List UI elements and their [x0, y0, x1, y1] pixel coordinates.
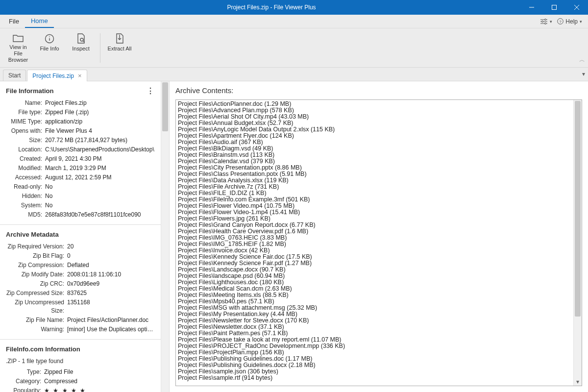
info-row: Hidden:No: [0, 192, 161, 201]
info-row: Type:Zipped File: [0, 368, 161, 377]
info-row: Zip Uncompressed Size:1351168: [0, 298, 161, 316]
info-row: Zip Bit Flag:0: [0, 251, 161, 261]
info-label: Warning:: [6, 325, 67, 334]
info-row: Zip CRC:0x70d96ee9: [0, 279, 161, 289]
content-panel: Archive Contents: Project Files\ActionPl…: [170, 81, 588, 392]
info-value: 268fa83fd0b7e5e87c8f8f1101fce090: [45, 211, 155, 219]
info-label: Zip Required Version:: [6, 243, 67, 251]
info-value: Compressed: [44, 377, 155, 386]
minimize-button[interactable]: [520, 0, 543, 15]
info-value: [minor] Use the Duplicates option ...: [67, 325, 155, 334]
close-tab-icon[interactable]: ×: [78, 72, 82, 79]
scroll-down-icon[interactable]: ▾: [574, 378, 582, 386]
info-row: Name:Project Files.zip: [0, 98, 161, 108]
svg-point-7: [545, 19, 546, 20]
help-button[interactable]: ? Help ▾: [557, 18, 582, 25]
info-row: Read-only:No: [0, 182, 161, 192]
menu-bar: File Home ▾ ? Help ▾: [0, 15, 588, 28]
info-label: Opens with:: [6, 127, 45, 135]
info-value: No: [45, 183, 155, 191]
info-label: Modified:: [6, 164, 45, 172]
info-label: Type:: [6, 368, 44, 376]
info-value: 1351168: [67, 298, 155, 315]
info-label: Created:: [6, 155, 45, 163]
separator: [100, 33, 100, 63]
info-panel: File Information ⋮ Name:Project Files.zi…: [0, 81, 170, 392]
info-value: April 9, 2021 4:30 PM: [45, 155, 155, 163]
scrollbar-thumb[interactable]: [575, 101, 581, 317]
archive-metadata-heading: Archive Metadata: [6, 231, 59, 238]
tab-strip: Start Project Files.zip × ▾: [0, 68, 588, 81]
divider: [0, 339, 161, 340]
info-value: 2008:01:18 11:06:10: [67, 270, 155, 279]
tab-project-files[interactable]: Project Files.zip ×: [27, 70, 87, 81]
info-label: Zip Compressed Size:: [6, 289, 67, 297]
info-label: Zip Uncompressed Size:: [6, 298, 67, 315]
info-label: Zip CRC:: [6, 280, 67, 288]
info-label: System:: [6, 201, 45, 210]
tab-overflow-button[interactable]: ▾: [582, 71, 585, 77]
svg-rect-1: [552, 5, 557, 10]
folder-icon: [13, 33, 24, 43]
info-value: ★ ★ ★ ★ ★: [44, 387, 155, 392]
info-value: 837625: [67, 289, 155, 297]
inspect-icon: [76, 33, 86, 45]
info-value: 0: [67, 252, 155, 260]
menu-file[interactable]: File: [3, 15, 25, 28]
info-row: Location:C:\Users\SharpenedProductions\D…: [0, 145, 161, 154]
chevron-down-icon: ▾: [580, 19, 582, 24]
info-label: File type:: [6, 108, 45, 117]
tab-start[interactable]: Start: [3, 70, 26, 81]
info-label: Accessed:: [6, 173, 45, 182]
close-button[interactable]: [565, 0, 588, 15]
info-value: No: [45, 192, 155, 200]
info-row: Zip File Name:Project Files/ActionPlanne…: [0, 316, 161, 325]
info-label: Zip Bit Flag:: [6, 252, 67, 260]
info-label: MD5:: [6, 211, 45, 219]
menu-home[interactable]: Home: [25, 15, 54, 28]
collapse-ribbon-icon[interactable]: ︿: [579, 56, 585, 64]
chevron-down-icon: ▾: [550, 19, 552, 24]
more-options-icon[interactable]: ⋮: [147, 89, 155, 94]
ribbon-toolbar: View in File Browser File Info Inspect E…: [0, 28, 588, 68]
info-value: application/zip: [45, 118, 155, 126]
info-row: Zip Compressed Size:837625: [0, 289, 161, 298]
svg-point-9: [545, 23, 546, 24]
archive-entry[interactable]: Project Files\sample.rtf (914 bytes): [178, 375, 571, 381]
file-info-heading: File Information: [6, 87, 54, 95]
info-value: 20: [67, 243, 155, 251]
inspect-button[interactable]: Inspect: [67, 31, 95, 65]
archive-contents-heading: Archive Contents:: [175, 86, 582, 95]
info-value: August 12, 2021 2:59 PM: [45, 173, 155, 182]
info-row: Zip Modify Date:2008:01:18 11:06:10: [0, 270, 161, 279]
archive-contents-list[interactable]: Project Files\ActionPlanner.doc (1.29 MB…: [175, 99, 582, 386]
info-value: Zipped File: [44, 368, 155, 376]
settings-button[interactable]: ▾: [540, 19, 552, 24]
info-label: Popularity:: [6, 387, 44, 392]
svg-text:?: ?: [560, 20, 562, 24]
info-row: Accessed:August 12, 2021 2:59 PM: [0, 173, 161, 182]
info-row: Popularity:★ ★ ★ ★ ★: [0, 386, 161, 392]
maximize-button[interactable]: [543, 0, 565, 15]
info-value: 0x70d96ee9: [67, 280, 155, 288]
info-row: File type:Zipped File (.zip): [0, 108, 161, 117]
info-row: Created:April 9, 2021 4:30 PM: [0, 154, 161, 164]
info-row: Size:207.72 MB (217,814,927 bytes): [0, 136, 161, 145]
info-row: System:No: [0, 201, 161, 210]
right-scrollbar[interactable]: ▾: [573, 100, 582, 386]
info-row: Zip Required Version:20: [0, 242, 161, 251]
file-info-button[interactable]: File Info: [35, 31, 64, 65]
view-in-file-browser-button[interactable]: View in File Browser: [4, 31, 32, 65]
info-label: Location:: [6, 146, 45, 154]
info-icon: [45, 33, 54, 45]
title-bar: Project Files.zip - File Viewer Plus: [0, 0, 588, 15]
left-scrollbar[interactable]: [161, 81, 169, 392]
info-value: C:\Users\SharpenedProductions\Desktop\: [45, 146, 155, 154]
divider: [0, 224, 161, 225]
extract-icon: [115, 33, 124, 45]
help-label: Help: [565, 18, 578, 25]
extract-all-button[interactable]: Extract All: [105, 31, 134, 65]
info-value: March 1, 2019 3:29 PM: [45, 164, 155, 172]
svg-point-14: [49, 36, 50, 37]
scrollbar-thumb[interactable]: [162, 82, 168, 131]
